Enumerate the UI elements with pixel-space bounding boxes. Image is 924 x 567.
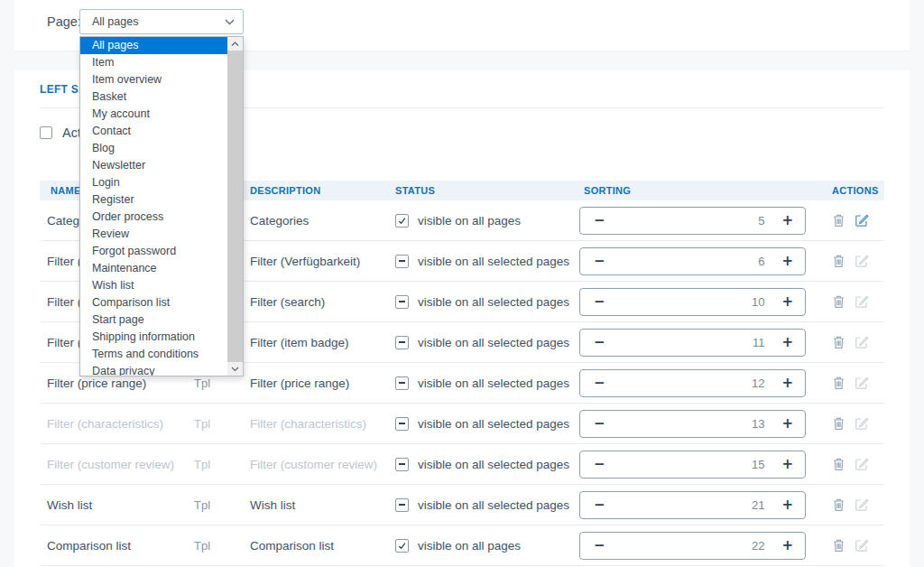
decrement-button[interactable]: − <box>594 417 605 431</box>
dropdown-option[interactable]: Order process <box>80 209 227 226</box>
status-label: visible on all selected pages <box>418 417 569 431</box>
page-label: Page: <box>47 14 81 29</box>
edit-icon <box>855 416 869 431</box>
increment-button[interactable]: + <box>781 417 793 431</box>
sorting-value[interactable]: 13 <box>752 417 764 431</box>
widget-name: Filter (customer review) <box>40 458 194 471</box>
sorting-value[interactable]: 15 <box>752 458 764 471</box>
trash-icon <box>832 538 845 553</box>
dropdown-option[interactable]: Forgot password <box>80 243 227 260</box>
delete-button[interactable] <box>832 254 845 268</box>
status-checkbox[interactable] <box>395 458 409 471</box>
edit-button[interactable] <box>855 294 869 309</box>
status-checkbox[interactable] <box>395 336 409 349</box>
edit-button[interactable] <box>855 335 869 349</box>
indeterminate-icon <box>399 341 405 343</box>
status-checkbox[interactable] <box>395 376 409 390</box>
dropdown-option[interactable]: Login <box>80 174 227 191</box>
actions-cell <box>806 376 884 390</box>
decrement-button[interactable]: − <box>594 376 605 390</box>
chevron-down-icon <box>225 19 235 25</box>
sorting-value[interactable]: 10 <box>752 295 764 309</box>
delete-button[interactable] <box>832 376 845 390</box>
edit-button[interactable] <box>855 213 869 228</box>
dropdown-scrollbar[interactable] <box>227 37 243 376</box>
increment-button[interactable]: + <box>781 498 793 512</box>
dropdown-option[interactable]: Terms and conditions <box>80 346 227 363</box>
dropdown-option[interactable]: Maintenance <box>80 260 227 277</box>
dropdown-option[interactable]: Contact <box>80 123 227 140</box>
increment-button[interactable]: + <box>781 376 793 390</box>
edit-button[interactable] <box>855 538 869 553</box>
sorting-stepper: − 22 + <box>579 532 806 560</box>
decrement-button[interactable]: − <box>594 458 605 471</box>
edit-button[interactable] <box>855 497 869 512</box>
delete-button[interactable] <box>832 457 845 471</box>
header-status: STATUS <box>395 185 579 196</box>
dropdown-option[interactable]: Data privacy <box>80 363 227 376</box>
edit-button[interactable] <box>855 457 869 471</box>
edit-button[interactable] <box>855 376 869 390</box>
check-icon <box>398 542 406 550</box>
sorting-value[interactable]: 6 <box>758 255 764 268</box>
increment-button[interactable]: + <box>781 539 793 553</box>
increment-button[interactable]: + <box>781 214 793 228</box>
increment-button[interactable]: + <box>781 255 793 268</box>
actions-cell <box>806 497 884 512</box>
dropdown-option[interactable]: Comparison list <box>80 294 227 311</box>
edit-icon <box>855 213 869 228</box>
status-cell: visible on all selected pages <box>395 498 579 512</box>
status-checkbox[interactable] <box>395 295 409 309</box>
dropdown-option[interactable]: Shipping information <box>80 329 227 346</box>
dropdown-option[interactable]: Item overview <box>80 71 227 88</box>
active-checkbox[interactable] <box>40 126 52 139</box>
dropdown-option[interactable]: Start page <box>80 311 227 329</box>
dropdown-option[interactable]: Blog <box>80 140 227 157</box>
increment-button[interactable]: + <box>781 458 793 471</box>
decrement-button[interactable]: − <box>594 214 605 228</box>
scrollbar-thumb[interactable] <box>227 51 243 362</box>
dropdown-option[interactable]: Basket <box>80 88 227 106</box>
header-actions: ACTIONS <box>806 185 884 196</box>
edit-button[interactable] <box>855 416 869 431</box>
dropdown-option[interactable]: Register <box>80 191 227 209</box>
decrement-button[interactable]: − <box>594 255 605 268</box>
edit-button[interactable] <box>855 254 869 268</box>
widget-type: Tpl <box>194 539 250 553</box>
decrement-button[interactable]: − <box>594 539 605 553</box>
delete-button[interactable] <box>832 213 845 228</box>
decrement-button[interactable]: − <box>594 498 605 512</box>
status-checkbox[interactable] <box>395 417 409 431</box>
dropdown-option[interactable]: Wish list <box>80 277 227 294</box>
dropdown-option[interactable]: Review <box>80 226 227 243</box>
status-checkbox[interactable] <box>395 539 409 553</box>
delete-button[interactable] <box>832 416 845 431</box>
delete-button[interactable] <box>832 497 845 512</box>
dropdown-option[interactable]: Item <box>80 54 227 71</box>
increment-button[interactable]: + <box>781 336 793 349</box>
sorting-value[interactable]: 21 <box>752 498 764 512</box>
delete-button[interactable] <box>832 294 845 309</box>
increment-button[interactable]: + <box>781 295 793 309</box>
sorting-value[interactable]: 5 <box>758 214 764 228</box>
plus-icon: + <box>781 334 793 350</box>
scroll-up-button[interactable] <box>227 37 243 51</box>
minus-icon: − <box>594 497 605 513</box>
delete-button[interactable] <box>832 538 845 553</box>
decrement-button[interactable]: − <box>594 295 605 309</box>
dropdown-option[interactable]: My account <box>80 106 227 123</box>
sorting-value[interactable]: 12 <box>752 376 764 390</box>
dropdown-option[interactable]: Newsletter <box>80 157 227 174</box>
sorting-value[interactable]: 11 <box>753 336 765 349</box>
edit-icon <box>855 538 869 553</box>
page-select[interactable]: All pages <box>79 9 244 34</box>
sorting-value[interactable]: 22 <box>752 539 764 553</box>
status-checkbox[interactable] <box>395 255 409 268</box>
status-checkbox[interactable] <box>395 214 409 228</box>
decrement-button[interactable]: − <box>594 336 605 349</box>
delete-button[interactable] <box>832 335 845 349</box>
dropdown-option[interactable]: All pages <box>80 37 227 54</box>
widget-description: Filter (search) <box>250 295 395 309</box>
status-checkbox[interactable] <box>395 498 409 512</box>
scroll-down-button[interactable] <box>227 362 243 376</box>
